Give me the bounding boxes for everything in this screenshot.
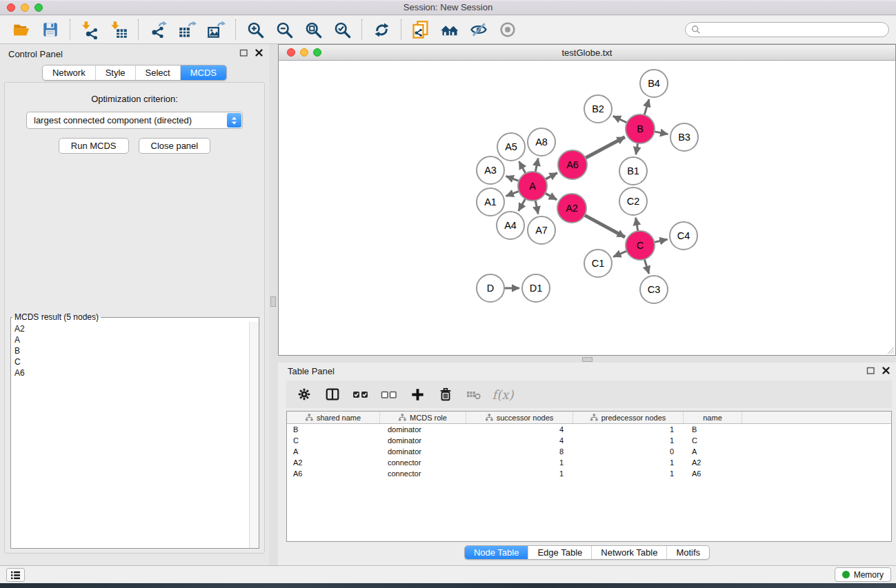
maximize-window-button[interactable] xyxy=(34,3,43,12)
graph-edge[interactable] xyxy=(636,143,638,155)
table-cell[interactable]: B xyxy=(684,425,742,434)
table-cell[interactable]: A6 xyxy=(287,469,380,478)
table-cell[interactable]: A2 xyxy=(287,458,380,467)
result-list-item[interactable]: B xyxy=(14,345,249,356)
graph-node[interactable]: B3 xyxy=(670,123,698,151)
column-header-successor-nodes[interactable]: successor nodes xyxy=(466,412,573,423)
graph-node[interactable]: A7 xyxy=(528,216,555,244)
table-cell[interactable]: C xyxy=(287,436,380,445)
table-cell[interactable]: 1 xyxy=(466,458,573,467)
table-cell[interactable]: A6 xyxy=(684,469,742,478)
graph-edge[interactable] xyxy=(546,173,558,179)
zoom-in-button[interactable] xyxy=(241,18,270,41)
result-list-scrollbar[interactable] xyxy=(249,322,259,548)
result-list-item[interactable]: A xyxy=(14,334,249,345)
table-cell[interactable]: 1 xyxy=(573,458,684,467)
graph-node[interactable]: A3 xyxy=(477,156,504,184)
tab-style[interactable]: Style xyxy=(95,65,135,80)
zoom-selected-button[interactable] xyxy=(328,18,357,41)
table-cell[interactable]: 1 xyxy=(573,425,684,434)
table-cell[interactable]: C xyxy=(684,436,742,445)
graph-edge[interactable] xyxy=(506,191,519,196)
deselect-all-columns-button[interactable] xyxy=(378,383,400,405)
graph-node[interactable]: A2 xyxy=(557,194,586,223)
table-row[interactable]: A2connector11A2 xyxy=(287,457,891,468)
network-window-title-bar[interactable]: testGlobe.txt xyxy=(279,45,895,61)
tab-node-table[interactable]: Node Table xyxy=(465,546,528,559)
column-header-mcds-role[interactable]: MCDS role xyxy=(380,412,466,423)
table-cell[interactable]: 1 xyxy=(466,469,573,478)
graph-edge[interactable] xyxy=(535,159,538,172)
table-cell[interactable]: dominator xyxy=(380,425,466,434)
search-box[interactable] xyxy=(685,22,889,37)
graph-edge[interactable] xyxy=(584,215,625,237)
table-cell[interactable]: 1 xyxy=(573,469,684,478)
table-row[interactable]: Adominator80A xyxy=(287,446,891,457)
table-row[interactable]: Cdominator41C xyxy=(287,435,891,446)
graph-edge[interactable] xyxy=(613,251,627,256)
graph-node[interactable]: A5 xyxy=(497,133,525,161)
open-session-button[interactable] xyxy=(7,18,36,41)
table-cell[interactable]: connector xyxy=(380,469,466,478)
graph-edge[interactable] xyxy=(535,201,538,214)
network-minimize-button[interactable] xyxy=(300,48,308,57)
show-graphics-details-button[interactable] xyxy=(493,18,522,41)
network-close-button[interactable] xyxy=(287,48,295,57)
graph-node[interactable]: D xyxy=(477,274,504,302)
tab-edge-table[interactable]: Edge Table xyxy=(528,546,591,559)
table-cell[interactable]: A xyxy=(287,447,380,456)
graph-node[interactable]: A6 xyxy=(558,150,587,179)
home-view-button[interactable] xyxy=(435,18,464,41)
delete-table-button[interactable] xyxy=(463,383,485,405)
delete-columns-button[interactable] xyxy=(435,383,457,405)
minimize-window-button[interactable] xyxy=(21,3,29,12)
result-list-item[interactable]: C xyxy=(14,356,249,367)
graph-node[interactable]: C3 xyxy=(640,276,668,303)
table-cell[interactable]: 8 xyxy=(466,447,573,456)
table-row[interactable]: A6connector11A6 xyxy=(287,468,891,479)
table-options-button[interactable] xyxy=(293,383,315,405)
network-canvas[interactable]: AA1A2A3A4A5A6A7A8BB1B2B3B4CC1C2C3C4DD1 xyxy=(279,61,895,355)
table-cell[interactable]: 0 xyxy=(573,447,684,456)
tab-motifs[interactable]: Motifs xyxy=(666,546,709,559)
hide-graphics-details-button[interactable] xyxy=(464,18,493,41)
table-cell[interactable]: dominator xyxy=(380,447,466,456)
refresh-button[interactable] xyxy=(367,18,396,41)
tab-network[interactable]: Network xyxy=(43,65,95,80)
graph-node[interactable]: C4 xyxy=(670,222,697,250)
table-cell[interactable]: dominator xyxy=(380,436,466,445)
graph-node[interactable]: C2 xyxy=(619,187,647,215)
run-mcds-button[interactable]: Run MCDS xyxy=(59,138,129,154)
graph-node[interactable]: A1 xyxy=(477,188,504,216)
tab-mcds[interactable]: MCDS xyxy=(180,65,226,80)
horizontal-split-divider[interactable] xyxy=(278,356,896,363)
import-table-button[interactable] xyxy=(104,18,133,41)
table-cell[interactable]: 1 xyxy=(573,436,684,445)
import-network-button[interactable] xyxy=(75,18,104,41)
divider-handle[interactable] xyxy=(270,296,276,307)
mcds-result-list[interactable]: A2ABCA6 xyxy=(11,322,249,548)
close-panel-icon[interactable] xyxy=(882,366,890,375)
vertical-split-divider[interactable] xyxy=(269,44,278,565)
column-header-predecessor-nodes[interactable]: predecessor nodes xyxy=(573,412,684,423)
divider-handle[interactable] xyxy=(582,357,593,362)
float-panel-icon[interactable] xyxy=(866,366,875,375)
graph-edge[interactable] xyxy=(506,176,519,181)
tab-select[interactable]: Select xyxy=(135,65,180,80)
zoom-out-button[interactable] xyxy=(270,18,299,41)
function-builder-button[interactable]: f(x) xyxy=(491,383,513,405)
select-all-columns-button[interactable] xyxy=(350,383,372,405)
table-cell[interactable]: 4 xyxy=(466,436,573,445)
graph-edge[interactable] xyxy=(644,99,649,115)
graph-node[interactable]: A4 xyxy=(497,212,524,239)
column-header-name[interactable]: name xyxy=(684,412,742,423)
graph-node[interactable]: B xyxy=(626,114,655,143)
graph-edge[interactable] xyxy=(613,116,627,123)
graph-node[interactable]: B4 xyxy=(640,70,668,97)
result-list-item[interactable]: A2 xyxy=(14,323,249,334)
show-column-panel-button[interactable] xyxy=(321,383,344,405)
resize-grip-icon[interactable] xyxy=(886,345,895,354)
export-table-button[interactable] xyxy=(172,18,201,41)
column-header-shared-name[interactable]: shared name xyxy=(287,412,380,423)
graph-node[interactable]: A xyxy=(518,172,547,201)
